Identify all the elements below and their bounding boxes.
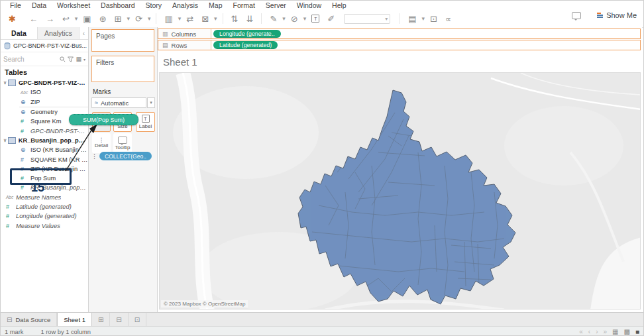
- group-caret-icon[interactable]: ▾: [303, 16, 307, 22]
- menu-file[interactable]: File: [5, 1, 27, 9]
- menu-analysis[interactable]: Analysis: [167, 1, 203, 9]
- swap-rows-columns-icon[interactable]: ⇄: [186, 15, 193, 23]
- datasource-name: GPC-BNDR-PST-VIZ-Bus...: [13, 42, 87, 49]
- refresh-caret-icon[interactable]: ▾: [148, 16, 151, 22]
- clear-sheet-icon[interactable]: ⊠: [201, 15, 209, 23]
- add-data-icon[interactable]: ⊕: [99, 15, 107, 23]
- filter-icon[interactable]: [68, 56, 74, 62]
- tab-sheet1[interactable]: Sheet 1: [57, 313, 92, 326]
- search-icon[interactable]: [60, 56, 66, 62]
- menu-data[interactable]: Data: [27, 1, 52, 9]
- field-row[interactable]: # Longitude (generated): [1, 211, 88, 221]
- datasource-row[interactable]: GPC-BNDR-PST-VIZ-Bus...: [1, 40, 88, 52]
- map-canvas: [160, 73, 641, 309]
- forward-button[interactable]: →: [46, 15, 54, 23]
- nav-first-icon[interactable]: «: [579, 328, 583, 335]
- save-icon[interactable]: ▣: [83, 15, 91, 23]
- mark-type-caret-icon[interactable]: ▾: [147, 97, 155, 108]
- chevron-down-icon[interactable]: ∨: [3, 80, 8, 85]
- field-row[interactable]: Abc ISO: [1, 87, 88, 97]
- search-row: Search ▦ ▾: [1, 52, 88, 66]
- menu-map[interactable]: Map: [203, 1, 227, 9]
- collect-geometry-pill[interactable]: COLLECT(Geo..: [99, 152, 152, 160]
- view-options-icon[interactable]: ▦: [76, 56, 81, 62]
- field-row-pop-sum[interactable]: # Pop Sum: [1, 174, 88, 183]
- field-row[interactable]: # Latitude (generated): [1, 202, 88, 211]
- rows-shelf[interactable]: ▤ Rows Latitude (generated): [158, 40, 641, 50]
- group-members-icon[interactable]: ⊘: [291, 15, 298, 23]
- search-input[interactable]: Search: [3, 56, 58, 63]
- highlight-caret-icon[interactable]: ▾: [282, 16, 286, 22]
- menu-format[interactable]: Format: [228, 1, 260, 9]
- tab-data[interactable]: Data: [1, 27, 37, 39]
- view-options-caret-icon[interactable]: ▾: [83, 57, 85, 62]
- field-row[interactable]: # GPC-BNDR-PST-VIZ-Bu...: [1, 126, 88, 135]
- presentation-mode-icon[interactable]: ⊡: [430, 15, 437, 23]
- field-row[interactable]: # Measure Values: [1, 221, 88, 230]
- mark-type-dropdown[interactable]: ≈ Automatic: [91, 97, 146, 108]
- sheet-title: Sheet 1: [163, 56, 197, 68]
- menu-server[interactable]: Server: [260, 1, 292, 9]
- duplicate-icon[interactable]: ▥: [164, 15, 172, 23]
- new-story-tab[interactable]: ⊡: [129, 313, 146, 326]
- longitude-pill[interactable]: Longitude (generate..: [213, 30, 281, 38]
- menu-story[interactable]: Story: [140, 1, 167, 9]
- show-mark-labels-icon[interactable]: T: [311, 15, 319, 23]
- map-view[interactable]: © 2023 Mapbox © OpenStreetMap: [159, 72, 641, 309]
- dragged-pill-sum-pop-sum[interactable]: SUM(Pop Sum): [69, 114, 138, 125]
- new-worksheet-tab[interactable]: ⊞: [92, 313, 110, 326]
- share-icon[interactable]: ∝: [445, 15, 451, 23]
- fit-selector[interactable]: ▾: [344, 14, 390, 24]
- field-row[interactable]: # KR_Busanjin_pop_per_zi...: [1, 183, 88, 192]
- table-icon: [8, 137, 16, 144]
- menu-help[interactable]: Help: [327, 1, 352, 9]
- refresh-icon[interactable]: ⟳: [135, 15, 142, 23]
- new-dashboard-tab[interactable]: ⊟: [110, 313, 128, 326]
- nav-prev-icon[interactable]: ‹: [588, 328, 590, 335]
- grid-view-icon[interactable]: ▦: [612, 328, 618, 335]
- sort-ascending-icon[interactable]: ⇅: [231, 15, 239, 23]
- label-button[interactable]: T Label: [136, 112, 155, 132]
- show-hide-cards-icon[interactable]: ▤: [408, 15, 416, 23]
- columns-shelf[interactable]: ▥ Columns Longitude (generate..: [158, 28, 641, 39]
- back-button[interactable]: ←: [29, 15, 38, 23]
- field-row[interactable]: ⊕ ISO (KR Busanjin pop pe...: [1, 145, 88, 154]
- tab-data-source[interactable]: ⊟ Data Source: [1, 313, 57, 326]
- show-sheet-icon[interactable]: ■: [635, 328, 639, 335]
- duplicate-caret-icon[interactable]: ▾: [178, 16, 182, 22]
- field-row[interactable]: Abc Measure Names: [1, 193, 88, 202]
- pages-shelf[interactable]: Pages: [91, 29, 154, 52]
- new-worksheet-caret-icon[interactable]: ▾: [127, 16, 130, 22]
- highlight-icon[interactable]: ✎: [270, 15, 277, 23]
- table-row[interactable]: ∨ GPC-BNDR-PST-VIZ-Busa...: [1, 78, 88, 87]
- show-me-button[interactable]: Show Me: [606, 11, 637, 19]
- tooltip-button[interactable]: Tooltip: [113, 133, 132, 153]
- field-list: ∨ GPC-BNDR-PST-VIZ-Busa... Abc ISO ⊕ ZIP…: [1, 78, 88, 231]
- filters-shelf[interactable]: Filters: [91, 56, 154, 82]
- comment-bubble-icon[interactable]: [572, 12, 581, 19]
- nav-next-icon[interactable]: ›: [596, 328, 598, 335]
- detail-button[interactable]: ⋮ Detail: [92, 133, 111, 153]
- filmstrip-view-icon[interactable]: ▩: [624, 328, 630, 335]
- undo-caret-icon[interactable]: ▾: [75, 16, 78, 22]
- collapse-pane-icon[interactable]: ‹: [80, 27, 88, 39]
- sort-descending-icon[interactable]: ⇊: [246, 15, 254, 23]
- table-row[interactable]: ∨ KR_Busanjin_pop_per_zip...: [1, 136, 88, 145]
- clear-caret-icon[interactable]: ▾: [214, 16, 217, 22]
- menu-bar: File Data Worksheet Dashboard Story Anal…: [1, 1, 644, 10]
- fix-axes-icon[interactable]: ✐: [327, 15, 335, 23]
- menu-window[interactable]: Window: [292, 1, 327, 9]
- show-me-area: Show Me: [572, 11, 637, 19]
- menu-dashboard[interactable]: Dashboard: [95, 1, 140, 9]
- latitude-pill[interactable]: Latitude (generated): [213, 41, 278, 49]
- cards-caret-icon[interactable]: ▾: [421, 16, 425, 22]
- new-worksheet-icon[interactable]: ⊞: [115, 15, 122, 23]
- menu-worksheet[interactable]: Worksheet: [52, 1, 95, 9]
- field-row[interactable]: # ZIP (KR Busanjin pop per...: [1, 164, 88, 174]
- tab-analytics[interactable]: Analytics: [37, 27, 80, 39]
- field-row[interactable]: # SQUARE KM (KR Busanji...: [1, 154, 88, 164]
- chevron-down-icon[interactable]: ∨: [3, 138, 8, 143]
- field-row[interactable]: ⊕ ZIP: [1, 97, 88, 107]
- nav-last-icon[interactable]: »: [603, 328, 607, 335]
- undo-icon[interactable]: ↩: [62, 15, 70, 23]
